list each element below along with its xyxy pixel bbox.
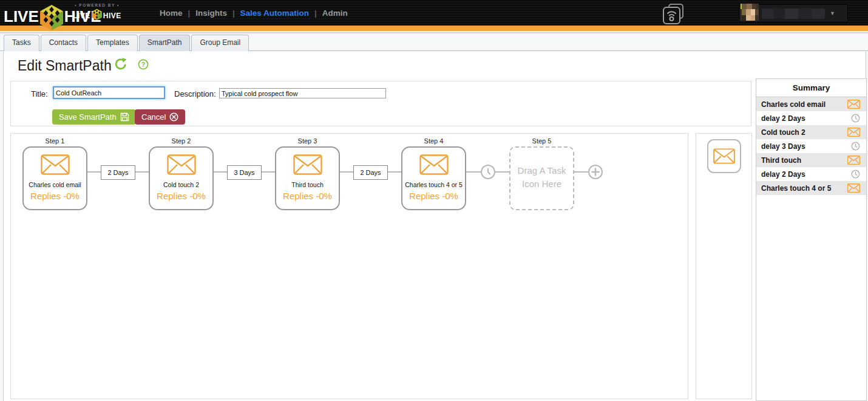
summary-row-label: delay 2 Days xyxy=(761,114,851,123)
step-task-name: Cold touch 2 xyxy=(150,181,212,188)
refresh-icon[interactable] xyxy=(114,57,128,72)
summary-row: delay 2 Days xyxy=(756,111,866,125)
email-task-icon xyxy=(24,154,86,177)
flow-step-1: Step 1 Charles cold email Replies -0% xyxy=(22,137,87,210)
step-label: Step 3 xyxy=(275,137,340,145)
email-task-palette-item[interactable] xyxy=(707,139,741,173)
flow-step-3: Step 3 Third touch Replies -0% xyxy=(275,137,340,210)
mail-icon xyxy=(847,156,860,165)
step-task-name: Charles touch 4 or 5 xyxy=(402,181,465,188)
summary-row-label: Third touch xyxy=(761,156,847,165)
tab-contacts[interactable]: Contacts xyxy=(41,35,86,51)
step-replies-stat: Replies -0% xyxy=(276,191,339,201)
cancel-circle-x-icon xyxy=(169,112,178,122)
delay-clock-node[interactable] xyxy=(481,165,495,179)
task-palette xyxy=(696,133,752,399)
tab-templates[interactable]: Templates xyxy=(87,35,138,51)
chevron-down-icon: ▼ xyxy=(830,10,835,16)
summary-row: delay 3 Days xyxy=(756,139,866,153)
title-input[interactable] xyxy=(53,86,165,99)
step-task-card[interactable]: Charles cold email Replies -0% xyxy=(22,146,87,210)
smartpath-form: Title: Description: Save SmartPath Cance… xyxy=(10,81,751,126)
summary-row-label: delay 3 Days xyxy=(761,142,851,151)
email-task-icon xyxy=(713,148,735,164)
step-task-card[interactable]: Third touch Replies -0% xyxy=(275,146,340,210)
step-task-name: Charles cold email xyxy=(24,181,86,188)
nav-insights[interactable]: Insights xyxy=(195,9,227,18)
save-floppy-icon xyxy=(120,112,129,122)
delay-box-1[interactable]: 2 Days xyxy=(101,165,135,180)
nav-separator: | xyxy=(188,9,191,18)
summary-row-label: delay 2 Days xyxy=(761,170,851,179)
clock-icon xyxy=(851,170,860,179)
step-task-card[interactable]: Cold touch 2 Replies -0% xyxy=(149,146,214,210)
powered-by-block: • POWERED BY • LIVE xyxy=(73,3,121,23)
tab-group-email[interactable]: Group Email xyxy=(191,35,249,51)
tab-smartpath[interactable]: SmartPath xyxy=(139,35,191,51)
step-label: Step 5 xyxy=(509,137,574,145)
svg-text:?: ? xyxy=(141,61,145,68)
save-smartpath-button[interactable]: Save SmartPath xyxy=(52,109,136,125)
summary-row-label: Charles touch 4 or 5 xyxy=(761,184,847,193)
top-nav: LIVE HIVE xyxy=(0,0,868,26)
step-label: Step 1 xyxy=(22,137,87,145)
nav-sales-automation[interactable]: Sales Automation xyxy=(240,9,310,18)
mail-icon xyxy=(847,183,860,193)
description-input[interactable] xyxy=(219,88,386,98)
cancel-button-label: Cancel xyxy=(141,112,166,122)
step-label: Step 4 xyxy=(401,137,466,145)
email-task-icon xyxy=(150,154,212,177)
cancel-button[interactable]: Cancel xyxy=(135,109,185,125)
nav-separator: | xyxy=(314,9,317,18)
add-step-node[interactable] xyxy=(588,165,603,179)
nav-admin[interactable]: Admin xyxy=(322,9,348,18)
title-label: Title: xyxy=(31,89,48,98)
summary-panel: Summary Charles cold email delay 2 Days xyxy=(756,78,867,401)
nav-separator: | xyxy=(232,9,235,18)
brand-live-text: LIVE xyxy=(4,5,39,27)
plus-icon xyxy=(591,167,600,177)
user-menu[interactable]: ▼ xyxy=(739,4,848,22)
mail-icon xyxy=(847,128,860,137)
page-background: Tasks Contacts Templates SmartPath Group… xyxy=(0,33,868,401)
step-replies-stat: Replies -0% xyxy=(150,191,212,201)
content-panel: Edit SmartPath ? Title: Description: xyxy=(3,52,866,401)
summary-row: Charles touch 4 or 5 xyxy=(756,181,866,195)
powered-hive-text: HIVE xyxy=(103,12,121,20)
flow-step-5: Step 5 Drag A Task Icon Here xyxy=(509,137,574,210)
clock-icon xyxy=(483,167,493,177)
save-button-label: Save SmartPath xyxy=(59,112,117,122)
summary-row-label: Cold touch 2 xyxy=(761,128,847,137)
nav-home[interactable]: Home xyxy=(160,9,183,18)
email-task-icon xyxy=(402,154,465,177)
tab-strip: Tasks Contacts Templates SmartPath Group… xyxy=(0,35,868,51)
delay-box-3[interactable]: 2 Days xyxy=(353,165,388,180)
summary-row: delay 2 Days xyxy=(756,167,866,181)
summary-row: Cold touch 2 xyxy=(756,125,866,139)
user-name-redacted xyxy=(762,9,825,19)
livehive-hex-logo-small-icon xyxy=(92,9,102,23)
livehive-hex-logo-icon xyxy=(40,4,63,33)
clock-icon xyxy=(851,114,860,123)
avatar xyxy=(741,4,759,23)
description-label: Description: xyxy=(174,89,216,98)
help-icon[interactable]: ? xyxy=(138,59,149,70)
accent-bar xyxy=(0,26,868,32)
tab-tasks[interactable]: Tasks xyxy=(4,35,39,51)
step-task-card[interactable]: Charles touch 4 or 5 Replies -0% xyxy=(401,146,466,210)
broadcast-wifi-icon[interactable] xyxy=(661,3,685,25)
app-screen: LIVE HIVE xyxy=(0,0,868,401)
step-task-name: Third touch xyxy=(276,181,339,188)
summary-title: Summary xyxy=(756,79,866,97)
delay-box-2[interactable]: 3 Days xyxy=(227,165,262,180)
email-task-icon xyxy=(276,154,339,177)
summary-row: Charles cold email xyxy=(756,97,866,111)
page-title: Edit SmartPath xyxy=(18,58,112,74)
clock-icon xyxy=(851,142,860,151)
flow-step-4: Step 4 Charles touch 4 or 5 Replies -0% xyxy=(401,137,466,210)
drop-target-placeholder[interactable]: Drag A Task Icon Here xyxy=(509,146,574,210)
drop-target-hint: Drag A Task Icon Here xyxy=(510,148,573,191)
step-replies-stat: Replies -0% xyxy=(402,191,465,201)
smartpath-canvas: Step 1 Charles cold email Replies -0% xyxy=(10,133,688,399)
main-nav-links: Home | Insights | Sales Automation | Adm… xyxy=(160,0,348,26)
